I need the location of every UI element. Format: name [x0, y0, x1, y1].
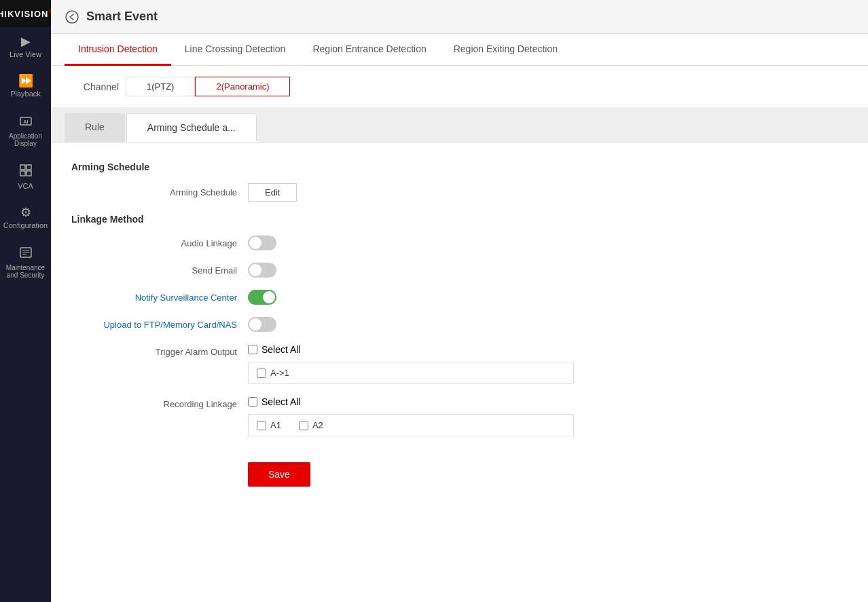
maintenance-icon	[19, 246, 33, 261]
sidebar-item-configuration[interactable]: ⚙ Configuration	[0, 198, 51, 238]
audio-linkage-label: Audio Linkage	[71, 238, 248, 248]
sidebar-item-application-display[interactable]: AI Application Display	[0, 106, 51, 155]
select-all-label[interactable]: Select All	[261, 344, 301, 355]
recording-linkage-row: Recording Linkage Select All A1 A2	[71, 396, 848, 436]
recording-a2-label[interactable]: A2	[312, 420, 323, 430]
alarm-output-checkbox[interactable]	[257, 369, 266, 378]
svg-rect-2	[20, 165, 25, 170]
channel-btn-panoramic[interactable]: 2(Panoramic)	[195, 77, 290, 96]
sub-tab-arming-schedule[interactable]: Arming Schedule a...	[126, 113, 257, 142]
svg-rect-5	[26, 171, 31, 176]
notify-surveillance-label: Notify Surveillance Center	[71, 293, 248, 303]
channel-row: Channel 1(PTZ) 2(Panoramic)	[51, 66, 868, 108]
sidebar-item-label: Maintenance and Security	[3, 264, 48, 279]
alarm-output-item: A->1	[257, 368, 565, 378]
sidebar: HIKVISION® ▶ Live View ⏩ Playback AI App…	[0, 0, 51, 602]
sidebar-item-label: Configuration	[3, 221, 48, 229]
select-all-row: Select All	[248, 344, 301, 355]
tab-line-crossing[interactable]: Line Crossing Detection	[171, 34, 300, 66]
content-area: Intrusion Detection Line Crossing Detect…	[51, 34, 868, 602]
save-button[interactable]: Save	[248, 462, 310, 487]
recording-items-list: A1 A2	[248, 414, 574, 436]
main-content: Smart Event Intrusion Detection Line Cro…	[51, 0, 868, 602]
linkage-method-section: Linkage Method	[71, 214, 848, 225]
gear-icon: ⚙	[20, 206, 31, 219]
channel-label: Channel	[65, 81, 119, 92]
alarm-output-label[interactable]: A->1	[270, 368, 289, 378]
trigger-alarm-label: Trigger Alarm Output	[71, 344, 248, 357]
recording-linkage-label: Recording Linkage	[71, 396, 248, 409]
trigger-alarm-row: Trigger Alarm Output Select All A->1	[71, 344, 848, 384]
tab-intrusion[interactable]: Intrusion Detection	[65, 34, 171, 66]
recording-item-a1: A1 A2	[257, 420, 565, 430]
main-tabs: Intrusion Detection Line Crossing Detect…	[51, 34, 868, 66]
trigger-alarm-area: Select All A->1	[248, 344, 848, 384]
sidebar-item-maintenance[interactable]: Maintenance and Security	[0, 238, 51, 287]
notify-surveillance-row: Notify Surveillance Center	[71, 290, 848, 305]
audio-linkage-row: Audio Linkage	[71, 236, 848, 250]
sub-tabs: Rule Arming Schedule a...	[51, 108, 868, 143]
edit-button[interactable]: Edit	[248, 183, 297, 202]
channel-btn-ptz[interactable]: 1(PTZ)	[126, 77, 195, 96]
send-email-toggle[interactable]	[248, 263, 276, 278]
recording-select-all-label[interactable]: Select All	[261, 396, 301, 407]
recording-linkage-area: Select All A1 A2	[248, 396, 848, 436]
upload-ftp-row: Upload to FTP/Memory Card/NAS	[71, 317, 848, 332]
recording-a1-checkbox[interactable]	[257, 421, 266, 430]
playback-icon: ⏩	[18, 75, 33, 87]
sidebar-item-playback[interactable]: ⏩ Playback	[0, 67, 51, 106]
vca-icon	[19, 164, 33, 179]
svg-rect-3	[26, 165, 31, 170]
back-button[interactable]	[65, 10, 79, 24]
sidebar-item-label: VCA	[18, 182, 33, 190]
page-title: Smart Event	[86, 10, 158, 24]
arming-schedule-row: Arming Schedule Edit	[71, 183, 848, 202]
sidebar-item-label: Live View	[10, 50, 41, 58]
arming-schedule-section: Arming Schedule	[71, 162, 848, 172]
send-email-label: Send Email	[71, 265, 248, 276]
recording-a2-checkbox[interactable]	[299, 421, 308, 430]
sidebar-item-label: Playback	[10, 90, 41, 98]
tab-region-exiting[interactable]: Region Exiting Detection	[440, 34, 571, 66]
upload-ftp-toggle[interactable]	[248, 317, 276, 332]
audio-linkage-toggle[interactable]	[248, 236, 276, 250]
notify-surveillance-toggle[interactable]	[248, 290, 276, 305]
svg-rect-4	[20, 171, 25, 176]
sidebar-header: HIKVISION®	[0, 0, 51, 27]
svg-text:AI: AI	[23, 119, 28, 124]
recording-select-all-checkbox[interactable]	[248, 397, 257, 407]
send-email-row: Send Email	[71, 263, 848, 278]
tab-region-entrance[interactable]: Region Entrance Detection	[299, 34, 439, 66]
sidebar-item-live-view[interactable]: ▶ Live View	[0, 27, 51, 67]
sidebar-item-label: Application Display	[3, 132, 48, 147]
live-view-icon: ▶	[21, 35, 31, 48]
sidebar-item-vca[interactable]: VCA	[0, 155, 51, 198]
arming-schedule-label: Arming Schedule	[71, 187, 248, 197]
svg-point-10	[66, 11, 78, 23]
recording-a1-label[interactable]: A1	[270, 420, 281, 430]
topbar: Smart Event	[51, 0, 868, 34]
sub-tab-rule[interactable]: Rule	[65, 113, 125, 142]
logo: HIKVISION®	[0, 8, 54, 19]
save-row: Save	[71, 449, 848, 487]
upload-ftp-label: Upload to FTP/Memory Card/NAS	[71, 320, 248, 330]
ai-icon: AI	[19, 114, 33, 130]
alarm-output-list: A->1	[248, 362, 574, 384]
form-area: Arming Schedule Arming Schedule Edit Lin…	[51, 143, 868, 500]
recording-select-all-row: Select All	[248, 396, 301, 407]
select-all-checkbox[interactable]	[248, 345, 257, 354]
